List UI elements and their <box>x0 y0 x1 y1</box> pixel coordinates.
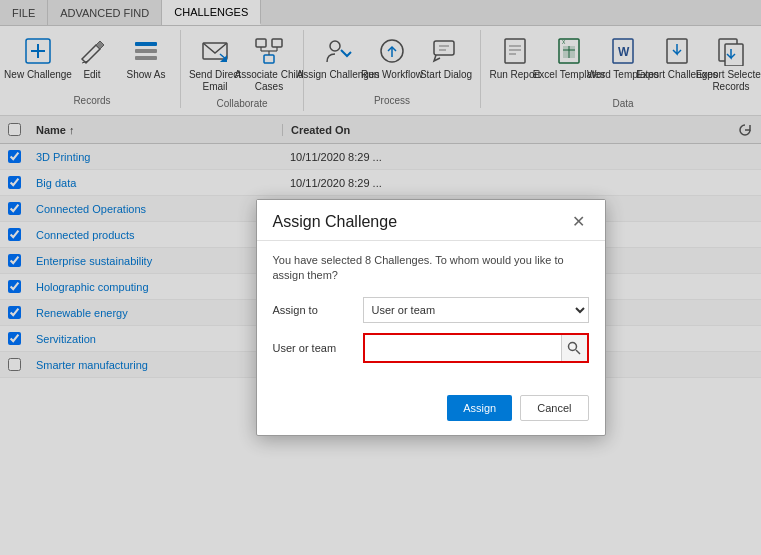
modal-overlay: Assign Challenge ✕ You have selected 8 C… <box>0 0 761 555</box>
assign-challenge-modal: Assign Challenge ✕ You have selected 8 C… <box>256 199 606 437</box>
svg-point-37 <box>569 343 577 351</box>
assign-to-select[interactable]: User or team <box>363 297 589 323</box>
modal-titlebar: Assign Challenge ✕ <box>257 200 605 241</box>
modal-description: You have selected 8 Challenges. To whom … <box>273 253 589 284</box>
modal-body: You have selected 8 Challenges. To whom … <box>257 241 605 386</box>
search-icon <box>567 341 581 355</box>
assign-to-label: Assign to <box>273 304 363 316</box>
cancel-button[interactable]: Cancel <box>520 395 588 421</box>
user-or-team-label: User or team <box>273 342 363 354</box>
modal-title: Assign Challenge <box>273 213 398 231</box>
modal-close-button[interactable]: ✕ <box>569 212 589 232</box>
user-or-team-row: User or team <box>273 333 589 363</box>
assign-button[interactable]: Assign <box>447 395 512 421</box>
user-or-team-search-button[interactable] <box>561 335 587 361</box>
assign-to-row: Assign to User or team <box>273 297 589 323</box>
modal-footer: Assign Cancel <box>257 385 605 435</box>
user-or-team-input[interactable] <box>365 335 561 361</box>
svg-line-38 <box>576 350 580 354</box>
user-or-team-input-wrap <box>363 333 589 363</box>
